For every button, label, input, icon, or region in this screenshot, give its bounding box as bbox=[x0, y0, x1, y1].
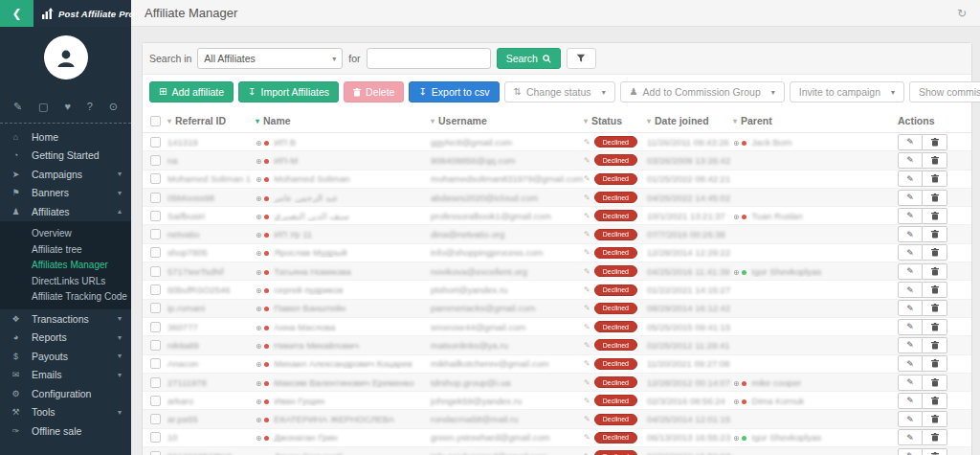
status-badge[interactable]: Declined bbox=[594, 136, 637, 148]
column-header-date-joined[interactable]: ▾ Date joined bbox=[647, 115, 733, 126]
sidebar-item-affiliates[interactable]: ♟ Affiliates ▴ bbox=[0, 202, 131, 221]
delete-row-button[interactable] bbox=[923, 411, 947, 427]
filter-button[interactable] bbox=[567, 48, 596, 69]
refresh-icon[interactable]: ↻ bbox=[957, 7, 967, 20]
edit-status-icon[interactable]: ✎ bbox=[584, 415, 590, 423]
sidebar-item-reports[interactable]: ◕ Reports ▾ bbox=[0, 329, 131, 348]
edit-row-button[interactable]: ✎ bbox=[898, 393, 923, 409]
delete-row-button[interactable] bbox=[923, 226, 947, 242]
delete-row-button[interactable] bbox=[923, 429, 947, 445]
power-icon[interactable]: ⊙ bbox=[109, 101, 118, 113]
column-header-status[interactable]: ▾ Status bbox=[584, 115, 647, 126]
edit-row-button[interactable]: ✎ bbox=[898, 244, 923, 261]
delete-row-button[interactable] bbox=[923, 171, 947, 187]
sidebar-item-transactions[interactable]: ❖ Transactions ▾ bbox=[0, 309, 131, 329]
status-badge[interactable]: Declined bbox=[594, 303, 637, 314]
delete-row-button[interactable] bbox=[923, 319, 947, 335]
status-badge[interactable]: Declined bbox=[594, 210, 637, 221]
row-checkbox[interactable] bbox=[150, 211, 161, 221]
status-badge[interactable]: Declined bbox=[594, 432, 637, 444]
add-to-commission-group-dropdown[interactable]: ♟ Add to Commission Group ▾ bbox=[620, 81, 785, 102]
sidebar-item-getting-started[interactable]: ◔ Getting Started bbox=[0, 147, 131, 166]
edit-row-button[interactable]: ✎ bbox=[898, 152, 923, 169]
sidebar-subitem-affiliates-manager[interactable]: Affiliates Manager bbox=[0, 258, 131, 274]
edit-status-icon[interactable]: ✎ bbox=[584, 397, 590, 405]
column-header-name[interactable]: ▾ Name bbox=[256, 115, 431, 126]
delete-row-button[interactable] bbox=[923, 337, 947, 353]
delete-row-button[interactable] bbox=[923, 152, 947, 169]
export-csv-button[interactable]: ↧ Export to csv bbox=[409, 81, 499, 102]
select-all-checkbox[interactable] bbox=[150, 116, 161, 126]
edit-row-button[interactable]: ✎ bbox=[898, 134, 923, 150]
sidebar-item-emails[interactable]: ✉ Emails ▾ bbox=[0, 366, 131, 385]
status-badge[interactable]: Declined bbox=[594, 321, 637, 332]
status-badge[interactable]: Declined bbox=[594, 395, 637, 406]
row-checkbox[interactable] bbox=[150, 229, 161, 239]
row-checkbox[interactable] bbox=[150, 247, 161, 258]
status-badge[interactable]: Declined bbox=[594, 450, 637, 455]
status-badge[interactable]: Declined bbox=[594, 247, 637, 259]
monitor-icon[interactable]: ▢ bbox=[38, 101, 48, 113]
status-badge[interactable]: Declined bbox=[594, 229, 637, 240]
sidebar-subitem-overview[interactable]: Overview bbox=[0, 226, 131, 242]
edit-row-button[interactable]: ✎ bbox=[898, 208, 923, 224]
edit-row-button[interactable]: ✎ bbox=[898, 337, 923, 353]
add-affiliate-button[interactable]: ⊞ Add affiliate bbox=[149, 81, 234, 102]
delete-row-button[interactable] bbox=[923, 448, 947, 455]
edit-row-button[interactable]: ✎ bbox=[898, 448, 923, 455]
delete-row-button[interactable] bbox=[923, 208, 947, 224]
heart-icon[interactable]: ♥ bbox=[64, 101, 71, 113]
edit-row-button[interactable]: ✎ bbox=[898, 429, 923, 445]
collapse-sidebar-button[interactable]: ❮ bbox=[0, 0, 33, 27]
edit-status-icon[interactable]: ✎ bbox=[584, 138, 590, 147]
edit-status-icon[interactable]: ✎ bbox=[584, 212, 590, 220]
delete-row-button[interactable] bbox=[923, 355, 947, 372]
delete-row-button[interactable] bbox=[923, 375, 947, 391]
sidebar-subitem-affiliate-tracking-code[interactable]: Affiliate Tracking Code bbox=[0, 289, 131, 306]
row-checkbox[interactable] bbox=[150, 155, 161, 166]
row-checkbox[interactable] bbox=[150, 266, 161, 277]
delete-row-button[interactable] bbox=[923, 282, 947, 298]
sidebar-item-banners[interactable]: ⚑ Banners ▾ bbox=[0, 184, 131, 203]
row-checkbox[interactable] bbox=[150, 340, 161, 351]
brand-logo[interactable]: Post Affiliate Pro bbox=[33, 8, 135, 19]
edit-row-button[interactable]: ✎ bbox=[898, 282, 923, 298]
column-header-referral-id[interactable]: ▾ Referral ID bbox=[167, 115, 256, 126]
sidebar-item-configuration[interactable]: ⚙ Configuration bbox=[0, 384, 131, 403]
row-checkbox[interactable] bbox=[150, 414, 161, 424]
row-checkbox[interactable] bbox=[150, 358, 161, 369]
edit-status-icon[interactable]: ✎ bbox=[584, 285, 590, 294]
row-checkbox[interactable] bbox=[150, 451, 161, 455]
sidebar-item-tools[interactable]: ⚒ Tools ▾ bbox=[0, 403, 131, 422]
invite-to-campaign-dropdown[interactable]: Invite to campaign ▾ bbox=[790, 81, 904, 102]
search-input[interactable] bbox=[367, 48, 491, 69]
import-affiliates-button[interactable]: ↧ Import Affiliates bbox=[238, 81, 339, 102]
sidebar-item-offline-sale[interactable]: ✑ Offline sale bbox=[0, 421, 131, 441]
edit-row-button[interactable]: ✎ bbox=[898, 355, 923, 372]
row-checkbox[interactable] bbox=[150, 173, 161, 184]
sidebar-item-campaigns[interactable]: ➤ Campaigns ▾ bbox=[0, 165, 131, 184]
row-checkbox[interactable] bbox=[150, 322, 161, 332]
status-badge[interactable]: Declined bbox=[594, 414, 637, 425]
edit-status-icon[interactable]: ✎ bbox=[584, 323, 590, 331]
column-header-username[interactable]: ▾ Username bbox=[431, 115, 584, 126]
delete-row-button[interactable] bbox=[923, 190, 947, 206]
sidebar-subitem-directlinks-urls[interactable]: DirectLinks URLs bbox=[0, 273, 131, 289]
status-badge[interactable]: Declined bbox=[594, 192, 637, 203]
row-checkbox[interactable] bbox=[150, 396, 161, 406]
sidebar-subitem-affiliate-tree[interactable]: Affiliate tree bbox=[0, 241, 131, 258]
edit-row-button[interactable]: ✎ bbox=[898, 171, 923, 187]
status-badge[interactable]: Declined bbox=[594, 284, 637, 296]
change-status-dropdown[interactable]: ⇅ Change status ▾ bbox=[504, 81, 615, 102]
edit-row-button[interactable]: ✎ bbox=[898, 300, 923, 316]
edit-row-button[interactable]: ✎ bbox=[898, 263, 923, 280]
delete-button[interactable]: Delete bbox=[344, 81, 404, 102]
status-badge[interactable]: Declined bbox=[594, 265, 637, 277]
sidebar-item-payouts[interactable]: $ Payouts ▾ bbox=[0, 347, 131, 366]
search-scope-select[interactable]: All Affiliates ▾ bbox=[197, 48, 343, 69]
status-badge[interactable]: Declined bbox=[594, 339, 637, 351]
edit-row-button[interactable]: ✎ bbox=[898, 226, 923, 242]
status-badge[interactable]: Declined bbox=[594, 173, 637, 185]
edit-status-icon[interactable]: ✎ bbox=[584, 267, 590, 276]
avatar[interactable] bbox=[44, 35, 88, 80]
